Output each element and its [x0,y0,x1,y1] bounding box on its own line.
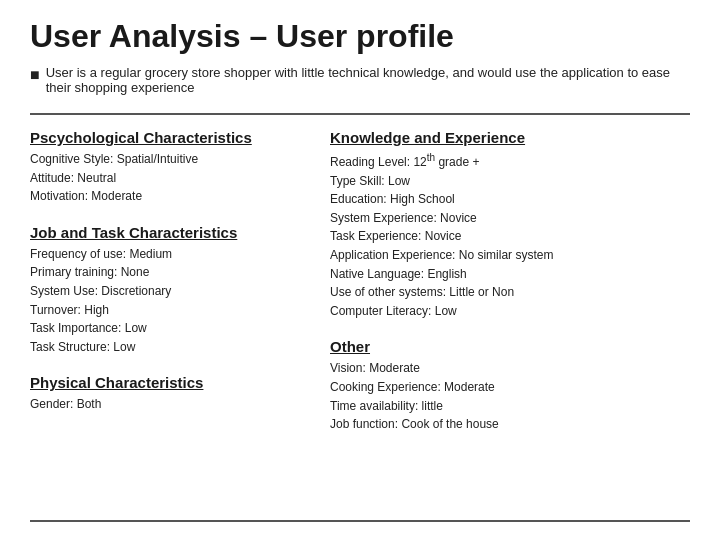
section-title-physical: Physical Characteristics [30,374,310,391]
list-item: Time availability: little [330,397,690,416]
list-item: Native Language: English [330,265,690,284]
list-item: Application Experience: No similar syste… [330,246,690,265]
bottom-divider [30,520,690,522]
section-items-physical: Gender: Both [30,395,310,414]
list-item: System Use: Discretionary [30,282,310,301]
section-title-job-task: Job and Task Characteristics [30,224,310,241]
section-items-job-task: Frequency of use: MediumPrimary training… [30,245,310,357]
list-item: System Experience: Novice [330,209,690,228]
bullet-icon: ■ [30,66,40,84]
section-title-knowledge: Knowledge and Experience [330,129,690,146]
list-item: Attitude: Neutral [30,169,310,188]
intro-section: ■ User is a regular grocery store shoppe… [30,65,690,95]
list-item: Cognitive Style: Spatial/Intuitive [30,150,310,169]
top-divider [30,113,690,115]
list-item: Frequency of use: Medium [30,245,310,264]
list-item: Education: High School [330,190,690,209]
content-columns: Pscychological CharacteristicsCognitive … [30,129,690,512]
list-item: Primary training: None [30,263,310,282]
section-title-other: Other [330,338,690,355]
list-item: Vision: Moderate [330,359,690,378]
page-title: User Analysis – User profile [30,18,690,55]
list-item: Turnover: High [30,301,310,320]
list-item: Task Structure: Low [30,338,310,357]
section-items-knowledge: Reading Level: 12th grade +Type Skill: L… [330,150,690,320]
list-item: Type Skill: Low [330,172,690,191]
list-item: Use of other systems: Little or Non [330,283,690,302]
intro-text: User is a regular grocery store shopper … [46,65,690,95]
list-item: Cooking Experience: Moderate [330,378,690,397]
list-item: Task Experience: Novice [330,227,690,246]
list-item: Gender: Both [30,395,310,414]
right-column: Knowledge and ExperienceReading Level: 1… [330,129,690,512]
list-item: Motivation: Moderate [30,187,310,206]
page: User Analysis – User profile ■ User is a… [0,0,720,540]
list-item: Reading Level: 12th grade + [330,150,690,172]
section-title-psychological: Pscychological Characteristics [30,129,310,146]
left-column: Pscychological CharacteristicsCognitive … [30,129,330,512]
section-items-psychological: Cognitive Style: Spatial/IntuitiveAttitu… [30,150,310,206]
section-items-other: Vision: ModerateCooking Experience: Mode… [330,359,690,433]
list-item: Job function: Cook of the house [330,415,690,434]
list-item: Task Importance: Low [30,319,310,338]
list-item: Computer Literacy: Low [330,302,690,321]
